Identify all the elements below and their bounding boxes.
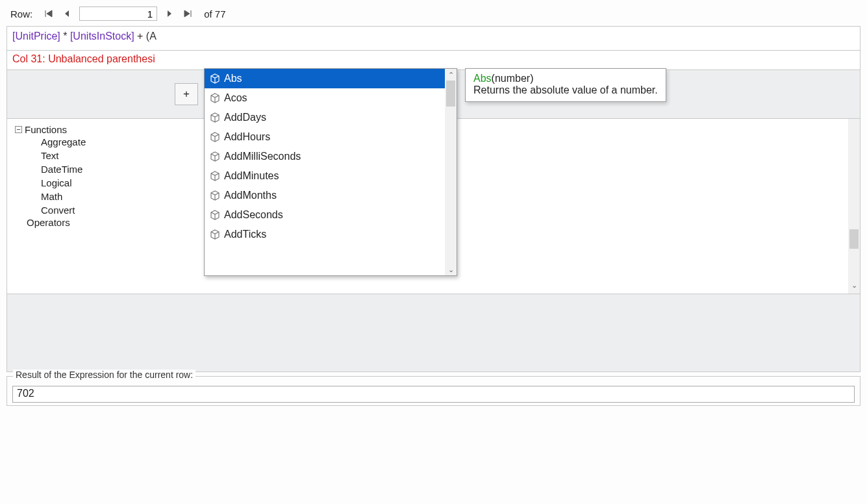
autocomplete-item[interactable]: AddSeconds [205, 205, 445, 225]
description-panel [6, 294, 861, 372]
scroll-thumb[interactable] [446, 81, 455, 107]
cube-icon [210, 229, 220, 240]
collapse-icon[interactable]: − [15, 126, 22, 133]
last-icon[interactable] [182, 8, 194, 19]
autocomplete-item[interactable]: AddTicks [205, 225, 445, 244]
autocomplete-label: AddMilliSeconds [224, 151, 301, 162]
cube-icon [210, 132, 220, 142]
scroll-thumb[interactable] [849, 229, 859, 249]
row-navigator: Row: of 77 [6, 5, 861, 26]
first-icon[interactable] [43, 8, 55, 19]
cube-icon [210, 210, 220, 220]
expr-token: [UnitPrice] [12, 31, 60, 42]
autocomplete-item[interactable]: AddMilliSeconds [205, 147, 445, 166]
cube-icon [210, 171, 220, 181]
cube-icon [210, 190, 220, 201]
autocomplete-popup: AbsAcosAddDaysAddHoursAddMilliSecondsAdd… [204, 68, 457, 276]
cube-icon [210, 151, 220, 162]
autocomplete-label: AddSeconds [224, 209, 283, 221]
expr-token: + (A [134, 31, 157, 42]
operator-button[interactable]: + [175, 83, 198, 105]
autocomplete-label: AddDays [224, 112, 266, 123]
autocomplete-item[interactable]: Acos [205, 88, 445, 108]
scroll-up-icon[interactable]: ⌃ [448, 69, 454, 81]
autocomplete-item[interactable]: AddDays [205, 108, 445, 127]
autocomplete-label: Abs [224, 73, 242, 84]
tooltip-signature: (number) [492, 73, 534, 84]
result-label: Result of the Expression for the current… [13, 370, 195, 380]
cube-icon [210, 93, 220, 103]
expr-token: [UnitsInStock] [70, 31, 134, 42]
tooltip-fn-name: Abs [473, 73, 492, 84]
autocomplete-label: AddTicks [224, 229, 266, 240]
function-tooltip: Abs(number) Returns the absolute value o… [465, 68, 666, 102]
autocomplete-item[interactable]: AddMonths [205, 186, 445, 205]
scroll-down-icon[interactable]: ⌄ [448, 264, 454, 275]
expr-token: * [60, 31, 70, 42]
row-of-label: of 77 [204, 8, 225, 19]
autocomplete-label: AddHours [224, 131, 270, 143]
row-label: Row: [10, 8, 32, 19]
autocomplete-item[interactable]: Abs [205, 69, 445, 88]
error-message: Col 31: Unbalanced parenthesi [6, 51, 861, 70]
result-value: 702 [12, 386, 855, 403]
scroll-down-icon[interactable]: ⌄ [851, 281, 857, 290]
result-group: Result of the Expression for the current… [6, 376, 861, 406]
autocomplete-scrollbar[interactable]: ⌃ ⌄ [445, 69, 457, 275]
expression-input[interactable]: [UnitPrice] * [UnitsInStock] + (A [6, 26, 861, 51]
tooltip-description: Returns the absolute value of a number. [473, 84, 658, 96]
cube-icon [210, 112, 220, 123]
row-input[interactable] [79, 6, 157, 21]
autocomplete-label: Acos [224, 92, 247, 104]
autocomplete-item[interactable]: AddHours [205, 127, 445, 147]
autocomplete-item[interactable]: AddMinutes [205, 166, 445, 186]
tree-scrollbar[interactable]: ⌄ [848, 119, 860, 294]
autocomplete-label: AddMinutes [224, 170, 279, 182]
next-icon[interactable] [164, 8, 175, 19]
cube-icon [210, 73, 220, 84]
autocomplete-label: AddMonths [224, 190, 277, 201]
prev-icon[interactable] [61, 8, 73, 19]
